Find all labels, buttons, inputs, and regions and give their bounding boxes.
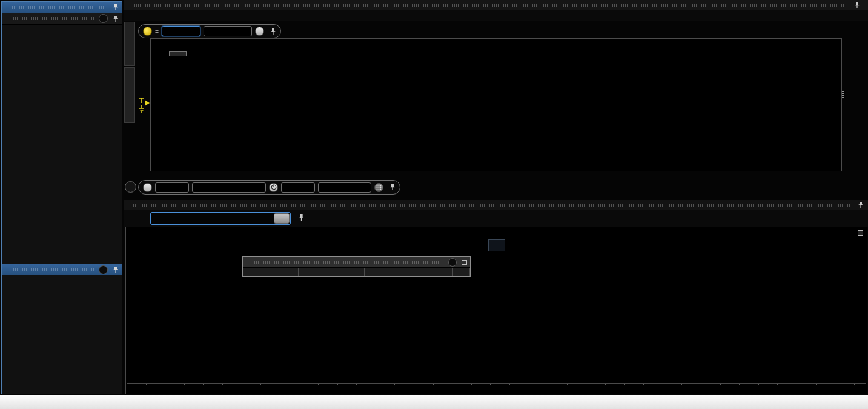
knob-grid-icon[interactable] [374,183,383,192]
histogram-canvas [127,252,866,383]
header-texture [134,4,844,7]
column-header [243,268,299,276]
tab-vertical-meas[interactable] [124,67,135,123]
horizontal-button[interactable] [143,183,152,192]
window-tabstrip [124,10,868,21]
eye-diagram-display[interactable] [150,38,842,171]
time-position-input[interactable] [192,182,266,193]
vertical-offset-input[interactable] [204,26,252,36]
column-header [365,268,396,276]
window-titlebar [124,0,868,10]
measurements-window[interactable] [242,256,471,277]
restore-window-icon[interactable] [462,260,467,265]
jitter-panel-header [124,200,868,210]
delay-knob-icon[interactable] [269,183,278,192]
gear-icon[interactable] [99,14,108,23]
graph-select-dropdown[interactable] [150,212,291,225]
pin-icon[interactable] [854,2,860,9]
column-header [333,268,365,276]
maximize-icon[interactable] [858,230,863,236]
results-panel [1,1,122,394]
histogram-x-axis [127,383,866,394]
ui-scale-input[interactable] [281,182,315,193]
chart-legend [488,239,505,251]
color-grade-header [2,264,122,275]
results-panel-header [2,2,122,13]
splitter-grip[interactable] [842,90,844,102]
gear-icon[interactable] [99,265,108,274]
measurements-watermark [124,124,136,127]
pin-icon[interactable] [270,28,276,35]
pin-icon[interactable] [858,201,864,208]
add-channel-button[interactable] [255,27,264,36]
header-texture [10,268,94,271]
coupling-label [155,32,159,33]
column-header [425,268,453,276]
time-scale-input[interactable] [155,182,189,193]
tab-time-meas[interactable] [124,22,135,66]
realtime-eye-tooltip [169,51,187,56]
pin-icon[interactable] [298,214,305,222]
header-texture [133,204,850,207]
app-root [0,0,868,409]
eye-diagram-plot [151,39,843,171]
pin-icon[interactable] [113,4,119,11]
gear-icon[interactable] [448,258,457,267]
dropdown-arrow-button[interactable] [274,213,290,224]
header-texture [12,6,105,9]
channel-controls [138,24,281,38]
ui-position-input[interactable] [318,182,371,193]
scope-side-tabs [124,22,136,200]
pin-icon[interactable] [113,15,119,22]
channel-ground-marker-icon[interactable] [138,94,150,117]
jitter-results-header [2,13,122,25]
column-header [453,268,470,276]
measurements-table-header [243,267,470,276]
expand-panel-button[interactable] [125,181,136,193]
header-texture [251,261,443,264]
composite-tj-histogram-panel [125,227,867,394]
eye-y-axis [843,38,867,171]
desktop-strip [0,395,868,409]
pin-icon[interactable] [113,266,119,273]
impedance-label [155,30,159,31]
header-texture [10,17,94,20]
eye-x-axis [150,172,842,180]
measurements-titlebar[interactable] [243,257,470,267]
graphs-toolbar [124,210,868,227]
histogram-plot[interactable] [127,252,866,383]
column-header [396,268,425,276]
vertical-scale-input[interactable] [162,26,200,36]
coupling-badge[interactable] [155,30,159,33]
channel-number-badge[interactable] [143,27,152,36]
column-header [299,268,333,276]
horizontal-controls [138,180,400,195]
pin-icon[interactable] [389,184,396,191]
